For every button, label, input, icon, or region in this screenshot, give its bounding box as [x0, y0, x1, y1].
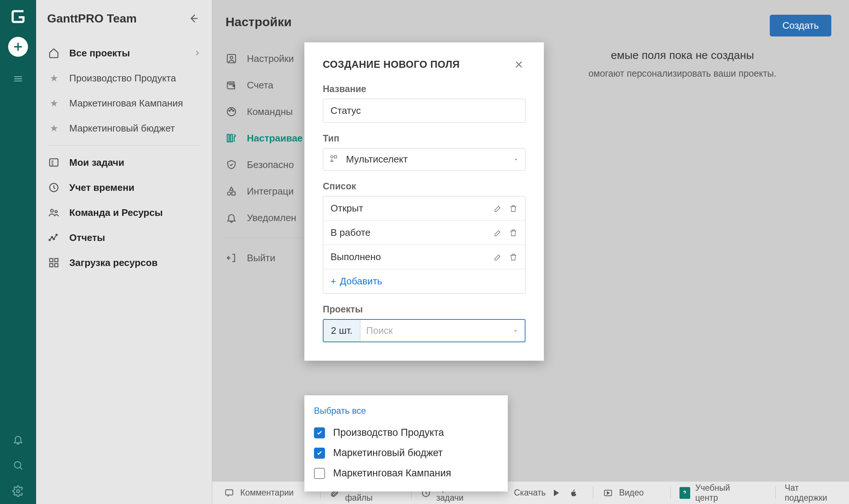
svg-rect-12: [50, 264, 53, 267]
bb-help[interactable]: Учебный центр: [679, 483, 749, 503]
snav-label: Уведомлен: [247, 212, 296, 224]
svg-point-16: [233, 85, 234, 87]
nav-time-tracking[interactable]: Учет времени: [43, 175, 205, 200]
clock-icon: [47, 181, 60, 194]
comment-icon: [223, 487, 235, 499]
nav-label: Мои задачи: [69, 157, 124, 168]
palette-icon: [225, 105, 238, 118]
delete-icon[interactable]: [509, 204, 518, 213]
nav-label: Учет времени: [69, 182, 134, 193]
close-button[interactable]: [512, 58, 525, 71]
bb-comments[interactable]: Комментарии: [223, 487, 294, 499]
svg-point-0: [14, 462, 21, 468]
collapse-sidebar-button[interactable]: [186, 11, 201, 26]
bb-label: Видео: [619, 488, 644, 498]
bb-download[interactable]: Скачать: [514, 487, 580, 499]
chevron-right-icon: [193, 49, 201, 57]
nav-label: Отчеты: [69, 232, 105, 244]
edit-icon[interactable]: [493, 228, 502, 237]
svg-rect-13: [55, 264, 58, 267]
checkbox-checked-icon[interactable]: [314, 448, 325, 459]
projects-search-input[interactable]: [360, 320, 512, 342]
grid-icon: [47, 256, 60, 269]
settings-icon[interactable]: [0, 478, 36, 504]
video-icon: [602, 487, 614, 499]
empty-state-subtitle: омогают персонализировать ваши проекты.: [534, 68, 831, 79]
select-all-link[interactable]: Выбрать все: [304, 402, 508, 423]
nav-my-tasks[interactable]: Мои задачи: [43, 150, 205, 175]
nav-all-projects[interactable]: Все проекты: [43, 41, 205, 66]
app-logo: [9, 7, 27, 26]
svg-point-1: [17, 490, 20, 493]
multiselect-icon: [329, 154, 340, 165]
plus-icon: +: [331, 276, 336, 287]
nav-label: Все проекты: [69, 48, 130, 59]
field-label-projects: Проекты: [323, 304, 525, 315]
new-project-button[interactable]: [8, 37, 28, 57]
add-option-button[interactable]: + Добавить: [323, 269, 525, 293]
checkbox-checked-icon[interactable]: [314, 427, 325, 438]
help-icon: [679, 487, 690, 499]
notifications-icon[interactable]: [0, 427, 36, 452]
rail-menu-icon[interactable]: [0, 68, 36, 90]
chevron-down-icon: [513, 156, 519, 163]
option-row: Выполнено: [323, 245, 525, 269]
svg-rect-27: [226, 490, 233, 495]
svg-rect-26: [334, 155, 337, 158]
chart-icon: [47, 231, 60, 244]
logout-icon: [225, 251, 238, 265]
people-icon: [47, 206, 60, 219]
sidebar-project-item[interactable]: ★ Маркетинговая Кампания: [43, 91, 205, 116]
bb-chat[interactable]: Чат поддержки: [785, 483, 838, 503]
svg-rect-14: [227, 55, 236, 63]
edit-icon[interactable]: [493, 253, 502, 262]
svg-rect-21: [227, 134, 229, 142]
field-type-select[interactable]: Мультиселект: [323, 148, 525, 171]
svg-rect-2: [50, 159, 58, 166]
svg-point-5: [55, 210, 57, 213]
project-label: Маркетинговый бюджет: [69, 123, 175, 134]
nav-reports[interactable]: Отчеты: [43, 225, 205, 250]
svg-rect-24: [232, 192, 235, 195]
create-field-modal: СОЗДАНИЕ НОВОГО ПОЛЯ Название Тип Мульти…: [304, 42, 544, 361]
svg-point-23: [227, 192, 231, 195]
bb-label: Учебный центр: [695, 483, 749, 503]
googleplay-icon: [551, 487, 563, 499]
sidebar-project-item[interactable]: ★ Производство Продукта: [43, 66, 205, 91]
svg-rect-10: [50, 259, 53, 262]
dropdown-item[interactable]: Производство Продукта: [304, 423, 508, 443]
dropdown-item[interactable]: Маркетинговая Кампания: [304, 463, 508, 483]
select-value: Мультиселект: [346, 154, 408, 165]
wallet-icon: [225, 78, 238, 92]
nav-team[interactable]: Команда и Ресурсы: [43, 200, 205, 225]
columns-icon: [225, 132, 238, 145]
delete-icon[interactable]: [509, 253, 518, 262]
projects-multiselect[interactable]: 2 шт.: [323, 319, 525, 342]
chevron-down-icon: [512, 328, 519, 334]
snav-label: Интеграци: [247, 186, 294, 197]
dropdown-item[interactable]: Маркетинговый бюджет: [304, 443, 508, 463]
star-icon: ★: [47, 71, 60, 85]
checkbox-unchecked-icon[interactable]: [314, 468, 325, 479]
team-name: GanttPRO Team: [47, 12, 137, 25]
bb-video[interactable]: Видео: [602, 487, 644, 499]
edit-icon[interactable]: [493, 204, 502, 213]
user-icon: [225, 52, 238, 65]
apple-icon: [568, 487, 580, 499]
field-name-input[interactable]: [323, 99, 525, 123]
delete-icon[interactable]: [509, 228, 518, 237]
nav-label: Команда и Ресурсы: [69, 207, 163, 218]
sidebar-project-item[interactable]: ★ Маркетинговый бюджет: [43, 116, 205, 141]
nav-workload[interactable]: Загрузка ресурсов: [43, 250, 205, 275]
svg-point-18: [229, 110, 230, 111]
svg-point-4: [50, 209, 53, 212]
option-text: Выполнено: [331, 251, 381, 263]
bb-label: Скачать: [514, 488, 546, 498]
create-button[interactable]: Создать: [770, 15, 831, 36]
svg-point-7: [51, 237, 53, 238]
search-icon[interactable]: [0, 452, 36, 478]
star-icon: ★: [47, 97, 60, 110]
svg-point-20: [233, 110, 234, 111]
projects-dropdown: Выбрать все Производство Продукта Маркет…: [304, 395, 508, 491]
svg-rect-11: [55, 259, 58, 262]
